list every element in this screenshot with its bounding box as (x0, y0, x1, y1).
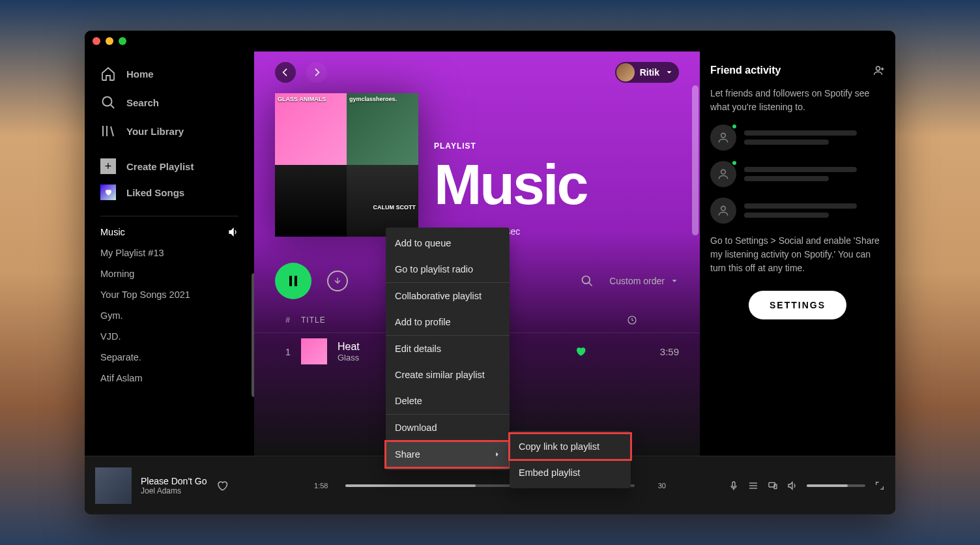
nav-library-label: Your Library (126, 126, 184, 137)
add-friend-icon (873, 65, 885, 76)
fullscreen-icon (874, 480, 885, 491)
playlist-cover: GLASS ANIMALS gymclassheroes. CALUM SCOT… (275, 93, 418, 237)
nav-search[interactable]: Search (100, 88, 238, 117)
create-playlist-label: Create Playlist (126, 161, 194, 172)
track-artist: Glass (338, 353, 360, 362)
menu-copy-link[interactable]: Copy link to playlist (510, 434, 631, 460)
lyrics-button[interactable] (728, 480, 739, 491)
volume-button[interactable] (787, 480, 798, 491)
caret-down-icon (670, 276, 679, 286)
person-icon (717, 168, 730, 181)
play-pause-button[interactable] (275, 263, 311, 299)
playlist-item[interactable]: Gym. (100, 305, 238, 326)
download-icon (332, 276, 343, 286)
svg-point-16 (721, 169, 726, 174)
svg-point-17 (721, 206, 726, 211)
track-duration: 3:59 (627, 346, 679, 357)
content-scrollbar[interactable] (692, 85, 699, 235)
chevron-right-icon (494, 451, 500, 458)
track-name: Heat (338, 341, 360, 353)
maximize-window-button[interactable] (119, 37, 126, 45)
friend-placeholder (710, 161, 885, 187)
friend-activity-title: Friend activity (710, 65, 781, 76)
playlist-item-music[interactable]: Music (100, 222, 238, 243)
playlist-item[interactable]: My Playlist #13 (100, 243, 238, 263)
nav-back-button[interactable] (275, 62, 296, 83)
add-friend-button[interactable] (873, 65, 885, 76)
menu-embed-playlist[interactable]: Embed playlist (510, 460, 631, 486)
playlist-title: Music (434, 156, 679, 213)
svg-point-12 (876, 66, 880, 70)
download-button[interactable] (327, 271, 348, 291)
person-icon (717, 131, 730, 144)
now-playing-thumbnail (95, 467, 132, 504)
svg-line-4 (111, 126, 113, 136)
caret-down-icon (665, 68, 674, 77)
top-bar: Ritik (254, 52, 700, 93)
menu-add-to-queue[interactable]: Add to queue (386, 230, 510, 256)
volume-icon (787, 480, 798, 491)
friend-activity-panel: Friend activity Let friends and follower… (700, 52, 895, 456)
minimize-window-button[interactable] (106, 37, 113, 45)
sidebar: Home Search Your Library + (85, 52, 254, 456)
user-avatar (616, 63, 635, 81)
svg-rect-6 (289, 276, 292, 286)
sort-button[interactable]: Custom order (609, 276, 679, 286)
search-icon (100, 95, 116, 110)
menu-collaborative[interactable]: Collaborative playlist (386, 283, 510, 309)
liked-songs-button[interactable]: Liked Songs (100, 179, 238, 205)
fullscreen-button[interactable] (874, 480, 885, 491)
speaker-icon (228, 227, 238, 237)
svg-marker-5 (229, 229, 233, 236)
track-like-button[interactable] (575, 346, 627, 357)
nav-library[interactable]: Your Library (100, 117, 238, 145)
menu-go-to-radio[interactable]: Go to playlist radio (386, 256, 510, 282)
home-icon (100, 66, 116, 81)
playlist-item[interactable]: Morning (100, 263, 238, 284)
liked-songs-label: Liked Songs (126, 187, 184, 198)
nav-forward-button[interactable] (306, 62, 327, 83)
svg-rect-18 (732, 482, 735, 487)
search-icon (581, 274, 594, 287)
pause-icon (285, 273, 301, 289)
heart-icon (575, 346, 586, 357)
menu-create-similar[interactable]: Create similar playlist (386, 362, 510, 388)
playlist-context-menu: Add to queue Go to playlist radio Collab… (386, 228, 510, 470)
nav-home[interactable]: Home (100, 59, 238, 88)
settings-button[interactable]: SETTINGS (749, 291, 846, 319)
queue-button[interactable] (748, 480, 758, 491)
create-playlist-button[interactable]: + Create Playlist (100, 153, 238, 179)
volume-slider[interactable] (807, 484, 865, 487)
title-bar (85, 31, 895, 52)
search-tracks-button[interactable] (581, 274, 594, 287)
like-track-button[interactable] (216, 480, 228, 492)
menu-download[interactable]: Download (386, 415, 510, 441)
menu-edit-details[interactable]: Edit details (386, 336, 510, 362)
elapsed-time: 1:58 (314, 482, 340, 490)
svg-line-10 (589, 283, 592, 286)
friend-intro-text: Let friends and followers on Spotify see… (710, 87, 885, 114)
menu-add-to-profile[interactable]: Add to profile (386, 309, 510, 335)
devices-button[interactable] (768, 480, 778, 491)
now-playing-title: Please Don't Go (141, 476, 207, 486)
clock-icon (627, 315, 637, 325)
plus-icon: + (100, 158, 116, 174)
spotify-window: Home Search Your Library + (85, 31, 895, 514)
playlist-item[interactable]: VJD. (100, 326, 238, 347)
playlist-item[interactable]: Your Top Songs 2021 (100, 284, 238, 305)
friend-placeholder (710, 198, 885, 224)
user-menu-button[interactable]: Ritik (615, 62, 679, 83)
user-name: Ritik (640, 67, 659, 78)
friend-placeholder (710, 125, 885, 151)
playlist-item[interactable]: Atif Aslam (100, 368, 238, 389)
library-icon (100, 123, 116, 139)
svg-point-9 (583, 276, 590, 284)
svg-point-15 (721, 133, 726, 138)
menu-delete[interactable]: Delete (386, 388, 510, 414)
microphone-icon (728, 480, 739, 491)
svg-point-0 (103, 97, 112, 106)
menu-share[interactable]: Share (386, 441, 510, 467)
now-playing-artist: Joel Adams (141, 486, 207, 495)
playlist-item[interactable]: Separate. (100, 347, 238, 368)
close-window-button[interactable] (93, 37, 100, 45)
